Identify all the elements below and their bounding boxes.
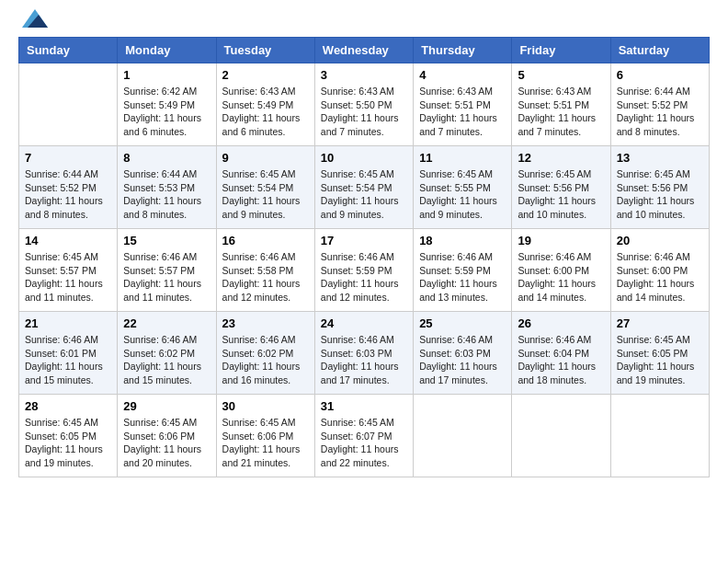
day-number: 28 <box>25 399 111 413</box>
calendar-table: SundayMondayTuesdayWednesdayThursdayFrid… <box>18 37 710 477</box>
calendar-cell <box>19 63 118 146</box>
day-info: Sunrise: 6:44 AMSunset: 5:53 PMDaylight:… <box>123 167 210 222</box>
calendar-cell: 15Sunrise: 6:46 AMSunset: 5:57 PMDayligh… <box>118 229 216 312</box>
day-number: 10 <box>321 151 407 165</box>
day-info: Sunrise: 6:46 AMSunset: 6:04 PMDaylight:… <box>518 333 604 387</box>
day-number: 17 <box>321 234 407 247</box>
calendar-cell: 18Sunrise: 6:46 AMSunset: 5:59 PMDayligh… <box>414 229 512 312</box>
day-info: Sunrise: 6:46 AMSunset: 5:57 PMDaylight:… <box>123 250 210 304</box>
calendar-cell: 20Sunrise: 6:46 AMSunset: 6:00 PMDayligh… <box>610 229 709 312</box>
page-header <box>18 18 710 28</box>
day-info: Sunrise: 6:45 AMSunset: 5:56 PMDaylight:… <box>617 167 703 222</box>
day-info: Sunrise: 6:46 AMSunset: 5:58 PMDaylight:… <box>222 250 309 304</box>
day-number: 4 <box>419 68 506 82</box>
day-info: Sunrise: 6:42 AMSunset: 5:49 PMDaylight:… <box>123 85 210 139</box>
calendar-cell: 2Sunrise: 6:43 AMSunset: 5:49 PMDaylight… <box>216 63 314 146</box>
logo <box>18 18 48 28</box>
day-info: Sunrise: 6:45 AMSunset: 6:06 PMDaylight:… <box>222 416 309 470</box>
calendar-cell: 22Sunrise: 6:46 AMSunset: 6:02 PMDayligh… <box>118 312 216 395</box>
calendar-cell: 12Sunrise: 6:45 AMSunset: 5:56 PMDayligh… <box>512 146 610 229</box>
day-number: 2 <box>222 68 309 82</box>
day-number: 3 <box>321 68 407 82</box>
day-info: Sunrise: 6:45 AMSunset: 5:56 PMDaylight:… <box>518 167 604 222</box>
day-number: 24 <box>321 316 407 330</box>
day-number: 22 <box>123 316 210 330</box>
calendar-cell: 11Sunrise: 6:45 AMSunset: 5:55 PMDayligh… <box>414 146 512 229</box>
day-number: 31 <box>321 399 407 413</box>
day-info: Sunrise: 6:46 AMSunset: 6:01 PMDaylight:… <box>25 333 111 387</box>
calendar-cell: 16Sunrise: 6:46 AMSunset: 5:58 PMDayligh… <box>216 229 314 312</box>
day-number: 7 <box>25 151 111 165</box>
day-number: 29 <box>123 399 210 413</box>
day-number: 20 <box>617 234 703 247</box>
day-number: 16 <box>222 234 309 247</box>
calendar-week-5: 28Sunrise: 6:45 AMSunset: 6:05 PMDayligh… <box>19 395 710 477</box>
day-info: Sunrise: 6:43 AMSunset: 5:51 PMDaylight:… <box>419 85 506 139</box>
day-info: Sunrise: 6:45 AMSunset: 6:05 PMDaylight:… <box>617 333 703 387</box>
day-number: 5 <box>518 68 604 82</box>
day-number: 11 <box>419 151 506 165</box>
day-info: Sunrise: 6:45 AMSunset: 5:57 PMDaylight:… <box>25 250 111 304</box>
calendar-week-3: 14Sunrise: 6:45 AMSunset: 5:57 PMDayligh… <box>19 229 710 312</box>
day-number: 14 <box>25 234 111 247</box>
calendar-cell: 28Sunrise: 6:45 AMSunset: 6:05 PMDayligh… <box>19 395 118 477</box>
day-number: 13 <box>617 151 703 165</box>
day-number: 18 <box>419 234 506 247</box>
calendar-cell: 1Sunrise: 6:42 AMSunset: 5:49 PMDaylight… <box>118 63 216 146</box>
day-info: Sunrise: 6:46 AMSunset: 6:02 PMDaylight:… <box>123 333 210 387</box>
day-number: 15 <box>123 234 210 247</box>
day-number: 27 <box>617 316 703 330</box>
day-info: Sunrise: 6:43 AMSunset: 5:49 PMDaylight:… <box>222 85 309 139</box>
calendar-cell: 30Sunrise: 6:45 AMSunset: 6:06 PMDayligh… <box>216 395 314 477</box>
weekday-header-thursday: Thursday <box>414 38 512 63</box>
day-info: Sunrise: 6:46 AMSunset: 5:59 PMDaylight:… <box>321 250 407 304</box>
calendar-cell: 29Sunrise: 6:45 AMSunset: 6:06 PMDayligh… <box>118 395 216 477</box>
calendar-week-2: 7Sunrise: 6:44 AMSunset: 5:52 PMDaylight… <box>19 146 710 229</box>
calendar-cell: 23Sunrise: 6:46 AMSunset: 6:02 PMDayligh… <box>216 312 314 395</box>
day-number: 9 <box>222 151 309 165</box>
calendar-cell <box>512 395 610 477</box>
calendar-body: 1Sunrise: 6:42 AMSunset: 5:49 PMDaylight… <box>19 63 710 477</box>
calendar-cell: 24Sunrise: 6:46 AMSunset: 6:03 PMDayligh… <box>314 312 413 395</box>
day-info: Sunrise: 6:46 AMSunset: 5:59 PMDaylight:… <box>419 250 506 304</box>
calendar-cell <box>414 395 512 477</box>
day-number: 8 <box>123 151 210 165</box>
day-info: Sunrise: 6:46 AMSunset: 6:00 PMDaylight:… <box>617 250 703 304</box>
day-info: Sunrise: 6:45 AMSunset: 5:54 PMDaylight:… <box>321 167 407 222</box>
calendar-cell: 27Sunrise: 6:45 AMSunset: 6:05 PMDayligh… <box>610 312 709 395</box>
weekday-header-monday: Monday <box>118 38 216 63</box>
calendar-cell <box>610 395 709 477</box>
day-number: 25 <box>419 316 506 330</box>
day-info: Sunrise: 6:45 AMSunset: 6:06 PMDaylight:… <box>123 416 210 470</box>
calendar-cell: 5Sunrise: 6:43 AMSunset: 5:51 PMDaylight… <box>512 63 610 146</box>
weekday-header-sunday: Sunday <box>19 38 118 63</box>
day-number: 1 <box>123 68 210 82</box>
logo-icon <box>22 9 48 28</box>
day-info: Sunrise: 6:44 AMSunset: 5:52 PMDaylight:… <box>617 85 703 139</box>
weekday-header-friday: Friday <box>512 38 610 63</box>
weekday-header-saturday: Saturday <box>610 38 709 63</box>
day-info: Sunrise: 6:45 AMSunset: 5:55 PMDaylight:… <box>419 167 506 222</box>
day-info: Sunrise: 6:43 AMSunset: 5:51 PMDaylight:… <box>518 85 604 139</box>
day-info: Sunrise: 6:46 AMSunset: 6:03 PMDaylight:… <box>321 333 407 387</box>
day-info: Sunrise: 6:45 AMSunset: 6:07 PMDaylight:… <box>321 416 407 470</box>
day-info: Sunrise: 6:45 AMSunset: 5:54 PMDaylight:… <box>222 167 309 222</box>
day-number: 12 <box>518 151 604 165</box>
day-info: Sunrise: 6:44 AMSunset: 5:52 PMDaylight:… <box>25 167 111 222</box>
calendar-cell: 10Sunrise: 6:45 AMSunset: 5:54 PMDayligh… <box>314 146 413 229</box>
day-number: 30 <box>222 399 309 413</box>
day-info: Sunrise: 6:46 AMSunset: 6:00 PMDaylight:… <box>518 250 604 304</box>
day-number: 19 <box>518 234 604 247</box>
day-number: 26 <box>518 316 604 330</box>
calendar-cell: 31Sunrise: 6:45 AMSunset: 6:07 PMDayligh… <box>314 395 413 477</box>
calendar-cell: 13Sunrise: 6:45 AMSunset: 5:56 PMDayligh… <box>610 146 709 229</box>
day-number: 21 <box>25 316 111 330</box>
day-number: 6 <box>617 68 703 82</box>
calendar-week-1: 1Sunrise: 6:42 AMSunset: 5:49 PMDaylight… <box>19 63 710 146</box>
day-info: Sunrise: 6:45 AMSunset: 6:05 PMDaylight:… <box>25 416 111 470</box>
calendar-cell: 3Sunrise: 6:43 AMSunset: 5:50 PMDaylight… <box>314 63 413 146</box>
calendar-cell: 26Sunrise: 6:46 AMSunset: 6:04 PMDayligh… <box>512 312 610 395</box>
day-info: Sunrise: 6:46 AMSunset: 6:02 PMDaylight:… <box>222 333 309 387</box>
calendar-cell: 25Sunrise: 6:46 AMSunset: 6:03 PMDayligh… <box>414 312 512 395</box>
calendar-cell: 17Sunrise: 6:46 AMSunset: 5:59 PMDayligh… <box>314 229 413 312</box>
